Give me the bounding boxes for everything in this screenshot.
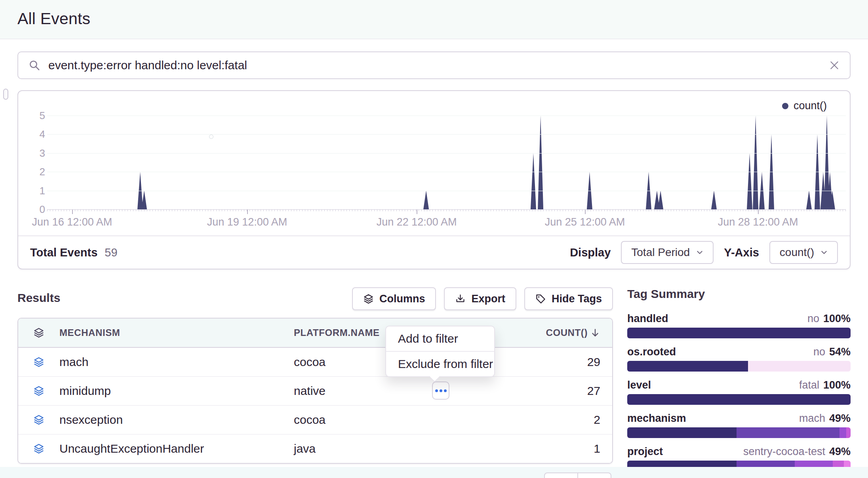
results-table: MECHANISM PLATFORM.NAME COUNT() machcoco…: [17, 318, 613, 464]
tag-bar-segment[interactable]: [627, 328, 851, 338]
tag-name: level: [627, 379, 651, 391]
menu-item-exclude-from-filter[interactable]: Exclude from filter: [386, 351, 494, 376]
y-axis-tick-1: 1: [24, 186, 45, 196]
next-page-button[interactable]: [577, 472, 611, 478]
tag-distribution-bar[interactable]: [627, 328, 851, 338]
cell-mechanism[interactable]: nsexception: [59, 413, 294, 427]
bottom-strip: [0, 467, 868, 478]
yaxis-label: Y-Axis: [724, 246, 759, 259]
x-axis-label: Jun 25 12:00 AM: [545, 216, 625, 228]
gridline-y5: [47, 116, 846, 116]
table-body: machcocoa29minidumpnative27nsexceptionco…: [18, 348, 612, 463]
chart-plot-area[interactable]: [47, 111, 846, 209]
tag-summary: Tag Summary handledno100%os.rootedno54%l…: [627, 287, 851, 478]
search-input[interactable]: [48, 58, 829, 72]
tag-top-percent: 49%: [829, 446, 851, 457]
legend-series-label: count(): [794, 100, 827, 112]
cell-count[interactable]: 1: [594, 442, 612, 455]
chart-point-marker: [209, 135, 213, 139]
chart-legend[interactable]: count(): [782, 100, 827, 112]
cell-platform[interactable]: native: [294, 384, 500, 398]
panel-drag-handle[interactable]: [3, 89, 8, 100]
gridline-y4: [47, 134, 846, 135]
tag-distribution-bar[interactable]: [627, 361, 851, 372]
x-axis-label: Jun 16 12:00 AM: [32, 216, 112, 228]
cell-platform[interactable]: cocoa: [294, 413, 500, 427]
cell-mechanism[interactable]: minidump: [59, 384, 294, 398]
total-events-label: Total Events: [30, 246, 97, 259]
search-icon: [29, 59, 40, 71]
column-header-mechanism[interactable]: MECHANISM: [59, 327, 294, 338]
tag-name: mechanism: [627, 412, 686, 425]
menu-item-add-to-filter[interactable]: Add to filter: [386, 326, 494, 351]
cell-platform[interactable]: java: [294, 442, 500, 455]
clear-search-icon[interactable]: [829, 60, 839, 70]
gridline-y2: [47, 172, 846, 172]
cell-mechanism[interactable]: UncaughtExceptionHandler: [59, 442, 294, 455]
export-button[interactable]: Export: [444, 287, 516, 310]
cell-count[interactable]: 27: [587, 384, 612, 398]
tag-summary-heading: Tag Summary: [627, 287, 851, 301]
tag-bar-segment[interactable]: [748, 361, 851, 372]
export-download-icon: [455, 294, 466, 304]
table-row[interactable]: machcocoa29: [18, 348, 612, 377]
tag-top-value: mach: [799, 412, 825, 424]
yaxis-dropdown[interactable]: count(): [769, 241, 838, 264]
tag-bar-segment[interactable]: [839, 427, 846, 438]
pagination: [544, 472, 611, 478]
tag-item-os.rooted: os.rootedno54%: [627, 346, 851, 372]
hide-tags-button[interactable]: Hide Tags: [524, 287, 613, 310]
layers-icon: [33, 385, 44, 396]
tag-top-percent: 100%: [823, 313, 851, 324]
tag-top-value: no: [813, 346, 825, 358]
x-axis-tick: [585, 210, 586, 214]
x-axis-label: Jun 22 12:00 AM: [377, 216, 457, 228]
column-header-count[interactable]: COUNT(): [546, 327, 612, 338]
top-header-band: All Events: [0, 0, 868, 39]
tag-bar-segment[interactable]: [737, 427, 839, 438]
x-axis-label: Jun 19 12:00 AM: [207, 216, 287, 228]
table-row[interactable]: nsexceptioncocoa2: [18, 406, 612, 434]
y-axis-tick-5: 5: [24, 110, 45, 121]
tag-top-value: sentry-cocoa-test: [743, 446, 825, 457]
sort-descending-icon: [590, 328, 600, 338]
tag-item-handled: handledno100%: [627, 313, 851, 338]
y-axis-tick-2: 2: [24, 167, 45, 177]
layers-icon: [33, 414, 44, 425]
count-series-area: [47, 111, 846, 209]
layers-icon: [33, 357, 44, 368]
cell-mechanism[interactable]: mach: [59, 355, 294, 369]
previous-page-button[interactable]: [544, 472, 578, 478]
tag-top-percent: 100%: [823, 379, 851, 391]
columns-button[interactable]: Columns: [352, 287, 436, 310]
chevron-down-icon: [696, 249, 703, 256]
display-dropdown[interactable]: Total Period: [621, 241, 714, 264]
gridline-y1: [47, 191, 846, 191]
cell-count[interactable]: 2: [594, 413, 612, 427]
tag-name: os.rooted: [627, 346, 676, 358]
search-bar[interactable]: [17, 51, 851, 79]
tag-bar-segment[interactable]: [846, 427, 851, 438]
tag-distribution-bar[interactable]: [627, 427, 851, 438]
x-axis-tick: [72, 210, 73, 214]
cell-count[interactable]: 29: [587, 355, 612, 369]
table-header-row: MECHANISM PLATFORM.NAME COUNT(): [18, 319, 612, 348]
tag-bar-segment[interactable]: [627, 394, 851, 405]
layers-icon: [33, 443, 44, 454]
legend-series-dot: [782, 103, 788, 109]
chevron-down-icon: [820, 249, 828, 256]
table-row[interactable]: minidumpnative27: [18, 377, 612, 406]
x-axis-label: Jun 28 12:00 AM: [718, 216, 798, 228]
y-axis-tick-4: 4: [24, 129, 45, 139]
tag-distribution-bar[interactable]: [627, 394, 851, 405]
x-axis-tick: [247, 210, 248, 214]
tag-bar-segment[interactable]: [627, 427, 737, 438]
cell-actions-button[interactable]: [432, 381, 449, 400]
page-title: All Events: [17, 9, 90, 28]
results-toolbar: ColumnsExportHide Tags: [17, 287, 613, 310]
tag-bar-segment[interactable]: [627, 361, 748, 372]
y-axis-tick-3: 3: [24, 148, 45, 158]
layers-icon: [33, 327, 44, 338]
x-axis-tick: [758, 210, 759, 214]
table-row[interactable]: UncaughtExceptionHandlerjava1: [18, 434, 612, 463]
